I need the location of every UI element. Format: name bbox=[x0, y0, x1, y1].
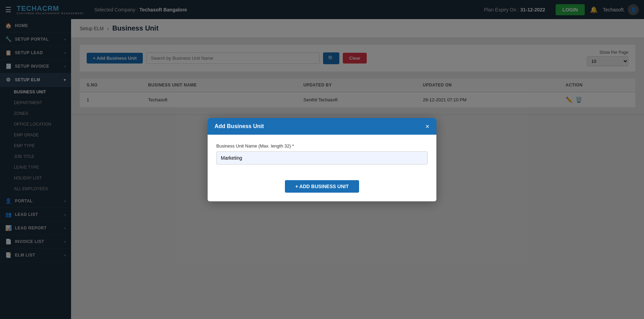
modal-footer: + ADD BUSINESS UNIT bbox=[208, 173, 436, 201]
modal-close-button[interactable]: × bbox=[425, 123, 429, 130]
business-unit-name-input[interactable] bbox=[216, 151, 428, 165]
modal-body: Business Unit Name (Max. length 32) * bbox=[208, 135, 436, 173]
modal-header: Add Business Unit × bbox=[208, 118, 436, 135]
modal-overlay: Add Business Unit × Business Unit Name (… bbox=[0, 0, 644, 319]
modal-title: Add Business Unit bbox=[215, 123, 264, 129]
modal-submit-button[interactable]: + ADD BUSINESS UNIT bbox=[285, 180, 359, 193]
form-field-label: Business Unit Name (Max. length 32) * bbox=[216, 143, 428, 149]
add-business-unit-modal: Add Business Unit × Business Unit Name (… bbox=[208, 118, 436, 201]
